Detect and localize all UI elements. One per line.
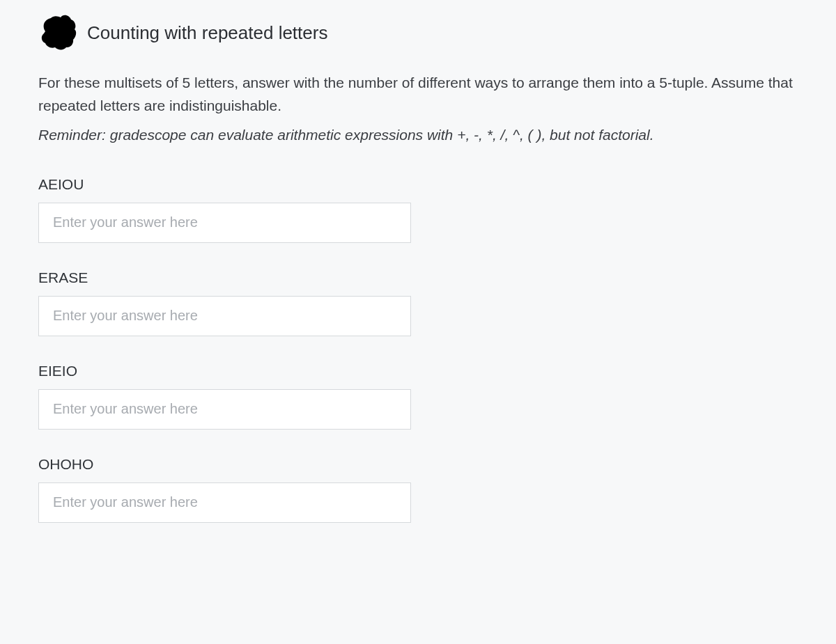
- answer-input-erase[interactable]: [38, 296, 411, 336]
- instructions-text: For these multisets of 5 letters, answer…: [38, 72, 798, 117]
- question-label: ERASE: [38, 269, 798, 286]
- question-label: AEIOU: [38, 176, 798, 193]
- question-block-erase: ERASE: [38, 269, 798, 336]
- question-header: Counting with repeated letters: [38, 14, 798, 52]
- question-block-eieio: EIEIO: [38, 363, 798, 430]
- question-label: EIEIO: [38, 363, 798, 379]
- answer-input-aeiou[interactable]: [38, 203, 411, 243]
- reminder-text: Reminder: gradescope can evaluate arithm…: [38, 124, 798, 147]
- question-label: OHOHO: [38, 456, 798, 473]
- answer-input-ohoho[interactable]: [38, 482, 411, 523]
- answer-input-eieio[interactable]: [38, 389, 411, 430]
- question-block-ohoho: OHOHO: [38, 456, 798, 523]
- question-block-aeiou: AEIOU: [38, 176, 798, 243]
- redacted-blob-icon: [38, 14, 82, 52]
- question-title: Counting with repeated letters: [87, 22, 327, 44]
